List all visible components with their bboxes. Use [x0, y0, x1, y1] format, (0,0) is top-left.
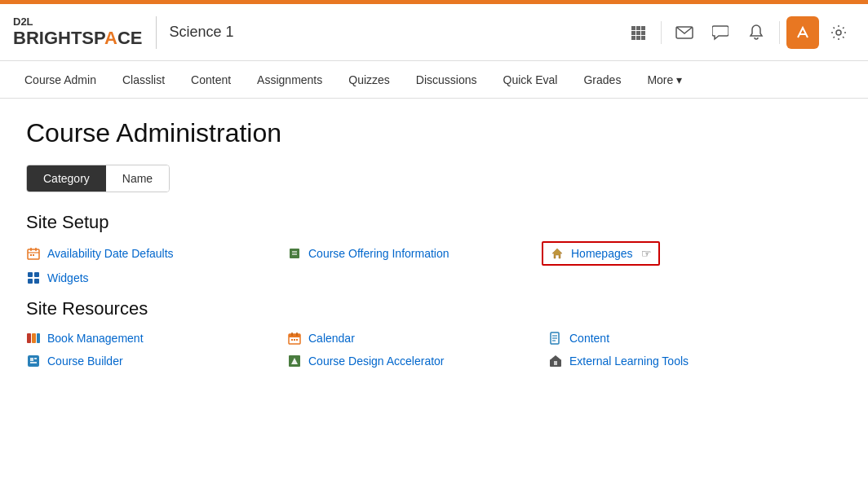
- availability-date-defaults-link[interactable]: Availability Date Defaults: [26, 244, 255, 262]
- logo-divider: [156, 16, 157, 49]
- homepages-link[interactable]: Homepages ☞: [542, 241, 660, 266]
- books-icon: [26, 331, 41, 346]
- chevron-down-icon: ▾: [676, 73, 682, 86]
- svg-rect-30: [289, 334, 300, 337]
- main-content: Course Administration Category Name Site…: [0, 99, 868, 394]
- nav-grades[interactable]: Grades: [572, 64, 632, 96]
- calendar-label: Calendar: [308, 332, 355, 345]
- content-icon: [548, 331, 563, 346]
- main-nav: Course Admin Classlist Content Assignmen…: [0, 61, 868, 99]
- logo-d2l: D2L: [13, 16, 143, 28]
- svg-rect-23: [34, 272, 39, 277]
- svg-rect-0: [631, 26, 636, 30]
- course-builder-icon: [26, 354, 41, 368]
- book-management-label: Book Management: [47, 332, 144, 345]
- svg-rect-4: [636, 31, 640, 35]
- svg-rect-34: [294, 339, 295, 341]
- settings-button[interactable]: [822, 16, 855, 49]
- svg-rect-5: [641, 31, 645, 35]
- svg-rect-17: [33, 254, 34, 256]
- svg-rect-41: [30, 358, 33, 361]
- course-name: Science 1: [170, 24, 234, 41]
- logo-brightspace: BRIGHTSPACE: [13, 28, 143, 48]
- nav-discussions[interactable]: Discussions: [405, 64, 489, 96]
- svg-rect-16: [30, 254, 32, 256]
- grid-icon: [630, 24, 646, 41]
- course-builder-label: Course Builder: [47, 354, 123, 368]
- view-toggle: Category Name: [26, 165, 170, 192]
- divider-2: [779, 21, 780, 44]
- widgets-label: Widgets: [47, 271, 89, 284]
- house-icon: [550, 246, 565, 261]
- nav-course-admin[interactable]: Course Admin: [13, 64, 108, 96]
- nav-more[interactable]: More ▾: [636, 64, 693, 96]
- profile-button[interactable]: [786, 16, 819, 49]
- book-management-link[interactable]: Book Management: [26, 331, 255, 346]
- offering-icon: [287, 246, 302, 261]
- settings-icon: [830, 24, 847, 41]
- chat-icon: [712, 24, 728, 41]
- nav-quick-eval[interactable]: Quick Eval: [492, 64, 569, 96]
- nav-content[interactable]: Content: [179, 64, 242, 96]
- mail-icon: [675, 26, 693, 39]
- widgets-icon: [26, 271, 41, 285]
- svg-rect-28: [37, 333, 40, 343]
- content-label: Content: [569, 332, 609, 345]
- course-design-accelerator-link[interactable]: Course Design Accelerator: [287, 354, 516, 368]
- svg-rect-22: [28, 272, 33, 277]
- course-offering-information-link[interactable]: Course Offering Information: [287, 244, 516, 262]
- svg-rect-25: [34, 279, 39, 284]
- svg-rect-35: [296, 339, 298, 341]
- svg-rect-6: [631, 36, 636, 40]
- site-resources-section: Site Resources Book Management: [26, 298, 842, 368]
- grid-icon-button[interactable]: [622, 16, 654, 49]
- svg-marker-47: [551, 355, 560, 359]
- course-design-accelerator-label: Course Design Accelerator: [308, 354, 445, 368]
- course-builder-link[interactable]: Course Builder: [26, 354, 255, 368]
- site-setup-title: Site Setup: [26, 212, 842, 233]
- chat-button[interactable]: [704, 16, 737, 49]
- divider-1: [661, 21, 662, 44]
- svg-rect-48: [554, 361, 557, 365]
- nav-quizzes[interactable]: Quizzes: [337, 64, 401, 96]
- svg-marker-21: [552, 249, 562, 258]
- external-learning-tools-link[interactable]: External Learning Tools: [548, 354, 777, 368]
- header: D2L BRIGHTSPACE Science 1: [0, 4, 868, 61]
- svg-rect-8: [641, 36, 645, 40]
- mail-button[interactable]: [668, 16, 701, 49]
- content-link[interactable]: Content: [548, 331, 777, 346]
- svg-rect-1: [636, 26, 640, 30]
- svg-rect-43: [30, 362, 37, 363]
- svg-rect-24: [28, 279, 33, 284]
- site-setup-links: Availability Date Defaults Course Offeri…: [26, 244, 842, 285]
- logo: D2L BRIGHTSPACE: [13, 16, 143, 47]
- course-design-icon: [287, 354, 302, 368]
- site-setup-section: Site Setup Availability Date Defaults: [26, 212, 842, 285]
- page-title: Course Administration: [26, 118, 842, 148]
- widgets-link[interactable]: Widgets: [26, 271, 255, 285]
- calendar-icon: [26, 246, 41, 261]
- svg-rect-27: [32, 333, 36, 343]
- svg-rect-2: [641, 26, 645, 30]
- svg-rect-26: [27, 333, 31, 343]
- calendar-link[interactable]: Calendar: [287, 331, 516, 346]
- svg-rect-3: [631, 31, 636, 35]
- svg-rect-7: [636, 36, 640, 40]
- category-toggle-button[interactable]: Category: [27, 165, 106, 192]
- bell-button[interactable]: [740, 16, 773, 49]
- svg-rect-33: [291, 339, 293, 341]
- name-toggle-button[interactable]: Name: [106, 165, 169, 192]
- availability-date-defaults-label: Availability Date Defaults: [47, 247, 174, 260]
- header-icons: [622, 16, 855, 49]
- svg-rect-18: [290, 249, 299, 258]
- homepages-label: Homepages: [571, 247, 633, 260]
- site-resources-title: Site Resources: [26, 298, 842, 319]
- nav-classlist[interactable]: Classlist: [111, 64, 176, 96]
- external-learning-tools-label: External Learning Tools: [569, 354, 689, 368]
- nav-assignments[interactable]: Assignments: [246, 64, 334, 96]
- external-learning-icon: [548, 354, 563, 368]
- profile-icon: [795, 25, 810, 40]
- cursor-icon: ☞: [641, 247, 652, 260]
- svg-rect-42: [34, 358, 37, 359]
- svg-point-11: [836, 30, 841, 35]
